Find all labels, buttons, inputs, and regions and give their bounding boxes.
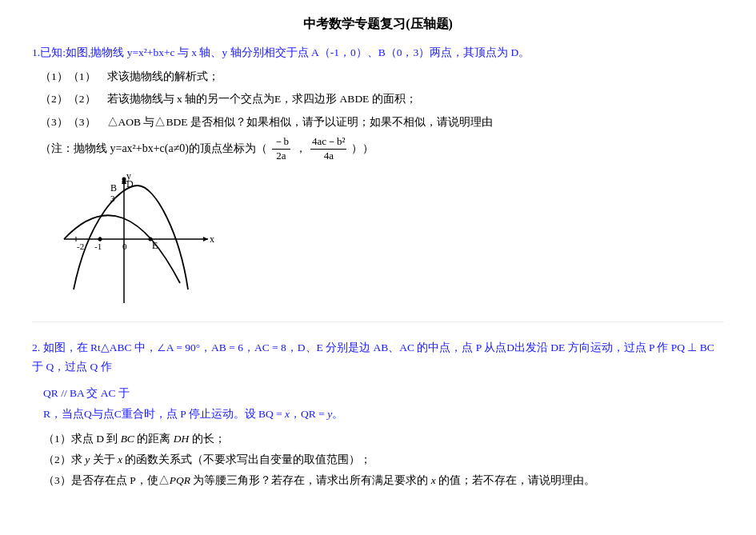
problem-2-header3: R，当点Q与点C重合时，点 P 停止运动。设 BQ = x，QR = y。 bbox=[32, 404, 724, 425]
label-neg1: -1 bbox=[94, 242, 102, 251]
label-B-text: B bbox=[110, 182, 117, 194]
parabola-graph: D B 3 E x y -1 -2 0 bbox=[56, 171, 216, 307]
fraction-numerator-2: 4ac－b² bbox=[310, 135, 346, 150]
parabola-path bbox=[74, 186, 188, 289]
problem-2-section: 2. 如图，在 Rt△ABC 中，∠A = 90°，AB = 6，AC = 8，… bbox=[32, 338, 724, 491]
point-B-dot bbox=[122, 179, 126, 183]
problem-1-header: 1.已知:如图,抛物线 y=x²+bx+c 与 x 轴、y 轴分别相交于点 A（… bbox=[32, 44, 724, 62]
label-E: E bbox=[152, 240, 158, 251]
sub-content-2: （2） 若该抛物线与 x 轴的另一个交点为E，求四边形 ABDE 的面积； bbox=[68, 90, 724, 109]
problem-1-section: 1.已知:如图,抛物线 y=x²+bx+c 与 x 轴、y 轴分别相交于点 A（… bbox=[32, 44, 724, 307]
separator bbox=[32, 321, 724, 322]
problem-2-header2: QR // BA 交 AC 于 bbox=[32, 383, 724, 404]
sub-content-3: （3） △AOB 与△BDE 是否相似？如果相似，请予以证明；如果不相似，请说明… bbox=[68, 113, 724, 132]
fraction-numerator-1: －b bbox=[272, 135, 291, 150]
fraction-denominator-1: 2a bbox=[274, 150, 287, 163]
page-title: 中考数学专题复习(压轴题) bbox=[32, 16, 724, 33]
problem-2-sub2-container: （2）求 y 关于 x 的函数关系式（不要求写出自变量的取值范围）； bbox=[32, 449, 724, 470]
sub-content-1: （1） 求该抛物线的解析式； bbox=[68, 67, 724, 86]
problem-2-sub1-container: （1）求点 D 到 BC 的距离 DH 的长； bbox=[32, 429, 724, 449]
note-container: （注：抛物线 y=ax²+bx+c(a≠0)的顶点坐标为（ －b 2a ， 4a… bbox=[40, 135, 724, 163]
problem-2-text-3: R，当点Q与点C重合时，点 P 停止运动。设 BQ = x，QR = y。 bbox=[43, 408, 343, 420]
problem-2-sub3-text: （3）是否存在点 P，使△PQR 为等腰三角形？若存在，请求出所有满足要求的 x… bbox=[43, 474, 595, 486]
problem-2-sub1-text: （1）求点 D 到 BC 的距离 DH 的长； bbox=[43, 433, 226, 445]
label-B-coord: 3 bbox=[110, 194, 115, 203]
note-text: （注：抛物线 y=ax²+bx+c(a≠0)的顶点坐标为（ bbox=[40, 142, 267, 154]
problem-2-text-2: QR // BA 交 AC 于 bbox=[43, 387, 130, 399]
fraction-b-2a: －b 2a bbox=[272, 135, 291, 163]
fraction-denominator-2: 4a bbox=[322, 150, 335, 163]
problem-1-sub3: （3） （3） △AOB 与△BDE 是否相似？如果相似，请予以证明；如果不相似… bbox=[32, 113, 724, 132]
comma-separator: ， bbox=[295, 142, 306, 154]
sub-num-2: （2） bbox=[40, 90, 68, 109]
problem-2-header: 2. 如图，在 Rt△ABC 中，∠A = 90°，AB = 6，AC = 8，… bbox=[32, 338, 724, 377]
problem-2-text-1: 2. 如图，在 Rt△ABC 中，∠A = 90°，AB = 6，AC = 8，… bbox=[32, 341, 714, 373]
problem-1-sub2: （2） （2） 若该抛物线与 x 轴的另一个交点为E，求四边形 ABDE 的面积… bbox=[32, 90, 724, 109]
sub-num-1: （1） bbox=[40, 67, 68, 86]
graph-svg: D B 3 E x y -1 -2 0 bbox=[56, 171, 216, 307]
label-neg2: -2 bbox=[77, 242, 84, 251]
note-close: ）） bbox=[351, 142, 374, 154]
label-x: x bbox=[210, 234, 214, 245]
label-zero: 0 bbox=[122, 242, 127, 251]
x-axis-arrow bbox=[203, 237, 208, 242]
fraction-4ac-b2: 4ac－b² 4a bbox=[310, 135, 346, 163]
label-y: y bbox=[126, 171, 131, 182]
problem-2-sub2-text: （2）求 y 关于 x 的函数关系式（不要求写出自变量的取值范围）； bbox=[43, 453, 371, 465]
problem-1-sub1: （1） （1） 求该抛物线的解析式； bbox=[32, 67, 724, 86]
sub-num-3: （3） bbox=[40, 113, 68, 132]
problem-2-sub3-container: （3）是否存在点 P，使△PQR 为等腰三角形？若存在，请求出所有满足要求的 x… bbox=[32, 470, 724, 491]
